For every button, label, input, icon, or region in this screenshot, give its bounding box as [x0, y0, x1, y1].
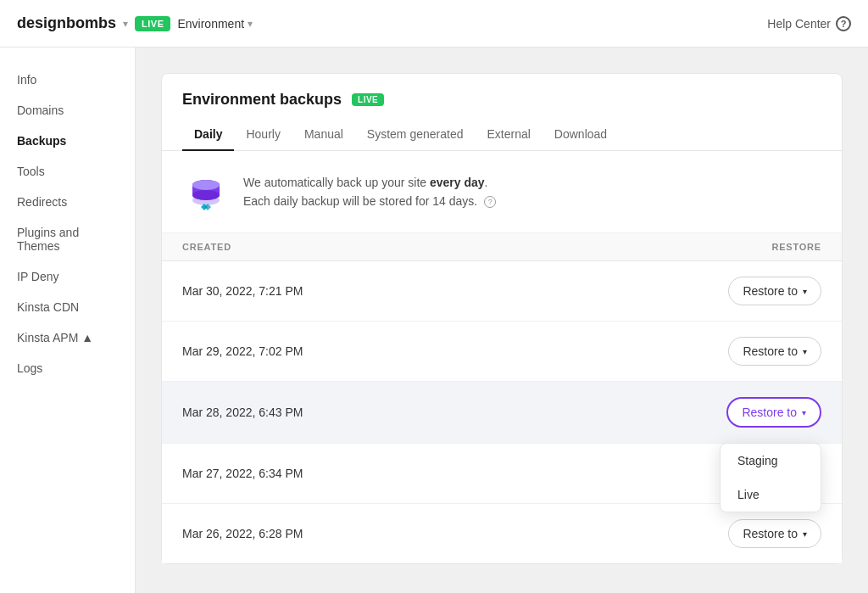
restore-to-button[interactable]: Restore to ▾ — [728, 519, 821, 548]
restore-btn-label: Restore to — [743, 344, 798, 358]
dropdown-item-live[interactable]: Live — [721, 478, 821, 512]
brand-chevron-icon[interactable]: ▾ — [123, 18, 128, 30]
info-text-line1-end: . — [485, 176, 488, 189]
help-center-label: Help Center — [767, 17, 831, 31]
sidebar-item-domains[interactable]: Domains — [0, 95, 135, 126]
row-date: Mar 27, 2022, 6:34 PM — [182, 467, 303, 480]
tabs-bar: Daily Hourly Manual System generated Ext… — [162, 119, 842, 151]
backup-illustration-icon — [182, 168, 230, 215]
help-center-button[interactable]: Help Center ? — [767, 16, 851, 31]
card-title: Environment backups — [182, 91, 342, 109]
restore-btn-label: Restore to — [743, 527, 798, 540]
sidebar-item-ip-deny[interactable]: IP Deny — [0, 261, 135, 292]
sidebar-item-backups[interactable]: Backups — [0, 126, 135, 156]
env-label: Environment — [177, 17, 244, 31]
env-chevron-icon: ▾ — [248, 18, 253, 30]
tab-daily[interactable]: Daily — [182, 119, 234, 151]
card-live-badge: LIVE — [352, 93, 384, 106]
sidebar: Info Domains Backups Tools Redirects Plu… — [0, 48, 136, 593]
restore-chevron-icon: ▾ — [803, 347, 807, 356]
row-date: Mar 26, 2022, 6:28 PM — [182, 527, 303, 540]
tab-manual[interactable]: Manual — [292, 119, 355, 151]
backups-card: Environment backups LIVE Daily Hourly Ma… — [161, 73, 843, 564]
restore-chevron-icon: ▾ — [803, 287, 807, 296]
svg-point-6 — [192, 180, 220, 190]
table-row: Mar 29, 2022, 7:02 PM Restore to ▾ — [162, 322, 842, 382]
restore-chevron-icon: ▾ — [802, 408, 806, 417]
sidebar-item-tools[interactable]: Tools — [0, 156, 135, 187]
env-live-badge: LIVE — [135, 16, 170, 31]
brand-name: designbombs — [17, 14, 116, 32]
restore-chevron-icon: ▾ — [803, 529, 807, 539]
row-date: Mar 29, 2022, 7:02 PM — [182, 344, 303, 358]
dropdown-item-staging[interactable]: Staging — [721, 444, 821, 478]
svg-point-5 — [192, 190, 220, 200]
restore-to-button[interactable]: Restore to ▾ — [728, 337, 821, 366]
row-date: Mar 30, 2022, 7:21 PM — [182, 284, 303, 298]
backup-info-section: We automatically back up your site every… — [162, 151, 842, 233]
restore-btn-label: Restore to — [743, 284, 798, 298]
restore-btn-label: Restore to — [742, 406, 797, 419]
env-selector[interactable]: Environment ▾ — [177, 17, 253, 31]
header-left: designbombs ▾ LIVE Environment ▾ — [17, 14, 253, 32]
info-text-line2: Each daily backup will be stored for 14 … — [243, 194, 477, 208]
info-text-line1-part1: We automatically back up your site — [243, 176, 430, 189]
restore-dropdown-menu: Staging Live — [720, 443, 821, 512]
table-row: Mar 26, 2022, 6:28 PM Restore to ▾ — [162, 504, 842, 563]
info-question-icon[interactable]: ? — [484, 196, 496, 208]
sidebar-item-kinsta-apm[interactable]: Kinsta APM ▲ — [0, 322, 135, 353]
col-restore-label: RESTORE — [771, 242, 821, 252]
help-icon: ? — [836, 16, 851, 31]
card-header: Environment backups LIVE — [162, 74, 842, 109]
tab-external[interactable]: External — [475, 119, 542, 151]
col-created-label: CREATED — [182, 242, 231, 252]
tab-download[interactable]: Download — [542, 119, 619, 151]
sidebar-item-info[interactable]: Info — [0, 64, 135, 95]
sidebar-item-logs[interactable]: Logs — [0, 353, 135, 383]
restore-to-button-active[interactable]: Restore to ▾ — [726, 397, 821, 428]
sidebar-item-kinsta-cdn[interactable]: Kinsta CDN — [0, 292, 135, 322]
sidebar-item-plugins-themes[interactable]: Plugins and Themes — [0, 217, 135, 261]
table-row: Mar 28, 2022, 6:43 PM Restore to ▾ Stagi… — [162, 382, 842, 444]
tab-system-generated[interactable]: System generated — [355, 119, 476, 151]
header: designbombs ▾ LIVE Environment ▾ Help Ce… — [0, 0, 868, 48]
main-layout: Info Domains Backups Tools Redirects Plu… — [0, 48, 868, 593]
info-bold-text: every day — [430, 176, 485, 189]
backup-info-text: We automatically back up your site every… — [243, 173, 496, 211]
main-content: Environment backups LIVE Daily Hourly Ma… — [136, 48, 868, 593]
table-header-row: CREATED RESTORE — [162, 233, 842, 261]
sidebar-item-redirects[interactable]: Redirects — [0, 187, 135, 217]
restore-to-button[interactable]: Restore to ▾ — [728, 277, 821, 305]
row-date: Mar 28, 2022, 6:43 PM — [182, 406, 303, 419]
tab-hourly[interactable]: Hourly — [234, 119, 292, 151]
table-row: Mar 30, 2022, 7:21 PM Restore to ▾ — [162, 261, 842, 322]
